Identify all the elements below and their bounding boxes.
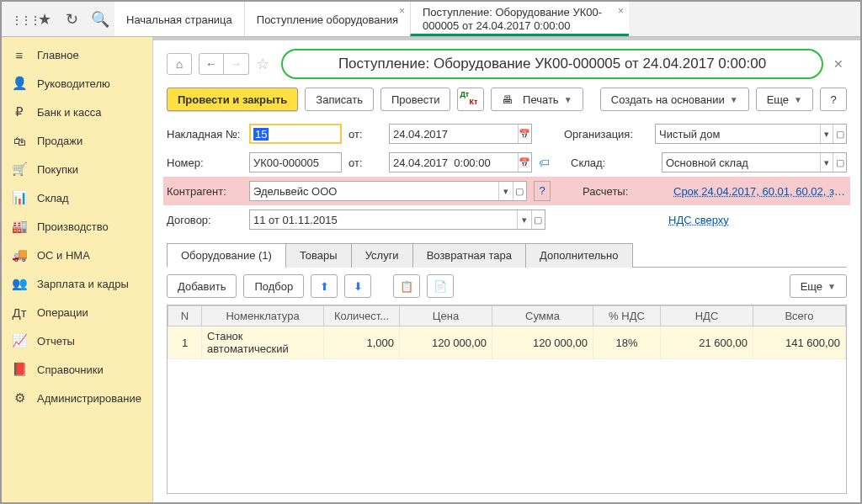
nakladnaya-label: Накладная №: bbox=[167, 128, 242, 141]
inner-tab-0[interactable]: Оборудование (1) bbox=[167, 243, 286, 268]
sidebar-item-2[interactable]: ₽Банк и касса bbox=[2, 98, 152, 126]
move-down-button[interactable]: ⬇ bbox=[344, 274, 371, 298]
open-icon[interactable]: ▢ bbox=[833, 153, 846, 172]
cell: 21 600,00 bbox=[661, 326, 753, 359]
print-button[interactable]: 🖶 Печать▼ bbox=[491, 88, 583, 111]
sidebar-item-7[interactable]: 🚚ОС и НМА bbox=[2, 241, 152, 269]
tab-1[interactable]: Поступление оборудования× bbox=[244, 2, 410, 36]
sidebar-label: Производство bbox=[37, 220, 109, 233]
sidebar-item-8[interactable]: 👥Зарплата и кадры bbox=[2, 269, 152, 298]
cell: 141 600,00 bbox=[753, 326, 846, 359]
write-button[interactable]: Записать bbox=[305, 88, 374, 111]
search-icon[interactable]: 🔍 bbox=[91, 12, 106, 27]
close-icon[interactable]: ✕ bbox=[830, 57, 847, 71]
add-button[interactable]: Добавить bbox=[167, 274, 237, 298]
open-icon[interactable]: ▢ bbox=[833, 125, 846, 143]
dogovor-select[interactable]: ▾▢ bbox=[249, 210, 545, 230]
sidebar-label: Справочники bbox=[37, 363, 104, 376]
sidebar-icon: 🛍 bbox=[12, 134, 27, 148]
tab-2[interactable]: Поступление: Оборудование УК00-000005 от… bbox=[410, 2, 629, 36]
move-up-button[interactable]: ⬆ bbox=[311, 274, 338, 298]
col-header[interactable]: Всего bbox=[753, 306, 846, 326]
number-input[interactable] bbox=[249, 152, 342, 172]
chevron-down-icon[interactable]: ▾ bbox=[517, 210, 530, 229]
more-button[interactable]: Еще▼ bbox=[756, 88, 813, 111]
col-header[interactable]: Количест... bbox=[324, 306, 400, 326]
inner-tab-2[interactable]: Услуги bbox=[351, 243, 413, 268]
raschet-link[interactable]: Срок 24.04.2017, 60.01, 60.02, зачет ... bbox=[673, 185, 847, 198]
attach-icon[interactable]: 🏷 bbox=[539, 157, 556, 169]
apps-icon[interactable] bbox=[10, 12, 25, 27]
open-icon[interactable]: ▢ bbox=[513, 182, 526, 200]
col-header[interactable]: % НДС bbox=[593, 306, 661, 326]
col-header[interactable]: N bbox=[168, 306, 202, 326]
sidebar-item-3[interactable]: 🛍Продажи bbox=[2, 126, 152, 155]
post-and-close-button[interactable]: Провести и закрыть bbox=[167, 88, 298, 111]
org-select[interactable]: ▾▢ bbox=[655, 124, 847, 144]
table-row[interactable]: 1Станок автоматический1,000120 000,00120… bbox=[168, 326, 846, 359]
history-icon[interactable]: ↻ bbox=[64, 12, 79, 27]
copy-button[interactable]: 📋 bbox=[393, 274, 420, 298]
sidebar-item-1[interactable]: 👤Руководителю bbox=[2, 69, 152, 98]
sidebar-item-4[interactable]: 🛒Покупки bbox=[2, 155, 152, 183]
post-button[interactable]: Провести bbox=[380, 88, 451, 111]
dtkt-button[interactable] bbox=[457, 88, 484, 111]
paste-icon: 📄 bbox=[434, 280, 447, 293]
sidebar-item-6[interactable]: 🏭Производство bbox=[2, 212, 152, 241]
calendar-icon-2[interactable]: 📅 bbox=[518, 153, 531, 172]
nakladnaya-date-input[interactable]: 📅 bbox=[389, 124, 532, 144]
open-icon[interactable]: ▢ bbox=[531, 210, 545, 229]
inner-tab-1[interactable]: Товары bbox=[285, 243, 352, 268]
sidebar-label: Банк и касса bbox=[37, 106, 102, 119]
tab-close-icon[interactable]: × bbox=[399, 5, 405, 17]
dogovor-label: Договор: bbox=[167, 214, 242, 226]
sidebar-item-10[interactable]: 📈Отчеты bbox=[2, 326, 152, 355]
help-button[interactable]: ? bbox=[820, 88, 847, 111]
printer-icon: 🖶 bbox=[502, 93, 513, 106]
inner-tab-4[interactable]: Дополнительно bbox=[525, 243, 633, 268]
star-icon[interactable]: ★ bbox=[37, 12, 52, 27]
nakladnaya-input[interactable]: 15 bbox=[249, 124, 342, 144]
sidebar-icon: 📊 bbox=[12, 190, 27, 205]
sidebar-label: Руководителю bbox=[37, 77, 110, 90]
tab-label: Начальная страница bbox=[126, 13, 232, 27]
forward-button[interactable]: → bbox=[224, 53, 249, 75]
number-date-input[interactable]: 📅 bbox=[389, 152, 532, 172]
tab-close-icon[interactable]: × bbox=[618, 5, 624, 17]
help-icon[interactable]: ? bbox=[534, 181, 551, 201]
favorite-icon[interactable]: ☆ bbox=[256, 55, 269, 73]
col-header[interactable]: Цена bbox=[400, 306, 492, 326]
arrow-up-icon: ⬆ bbox=[320, 280, 329, 293]
home-button[interactable]: ⌂ bbox=[167, 53, 192, 75]
nds-link[interactable]: НДС сверху bbox=[668, 214, 729, 226]
calendar-icon[interactable]: 📅 bbox=[518, 125, 531, 143]
sidebar-label: ОС и НМА bbox=[37, 249, 90, 262]
sidebar-item-11[interactable]: 📕Справочники bbox=[2, 355, 152, 384]
chevron-down-icon[interactable]: ▾ bbox=[498, 182, 512, 200]
title-row: ⌂ ← → ☆ Поступление: Оборудование УК00-0… bbox=[153, 40, 860, 84]
col-header[interactable]: НДС bbox=[661, 306, 753, 326]
tabs: Начальная страницаПоступление оборудован… bbox=[114, 2, 860, 36]
chevron-down-icon[interactable]: ▾ bbox=[820, 153, 833, 172]
sklad-select[interactable]: ▾▢ bbox=[662, 152, 847, 172]
sidebar-icon: ⚙ bbox=[12, 390, 27, 406]
kontragent-label: Контрагент: bbox=[167, 185, 242, 198]
back-button[interactable]: ← bbox=[199, 53, 224, 75]
chevron-down-icon[interactable]: ▾ bbox=[820, 125, 833, 143]
sidebar-icon: ₽ bbox=[12, 104, 27, 119]
paste-button[interactable]: 📄 bbox=[427, 274, 454, 298]
inner-tab-3[interactable]: Возвратная тара bbox=[412, 243, 526, 268]
sidebar-label: Продажи bbox=[37, 135, 82, 147]
col-header[interactable]: Сумма bbox=[492, 306, 593, 326]
pick-button[interactable]: Подбор bbox=[243, 274, 304, 298]
sidebar-item-9[interactable]: ДтОперации bbox=[2, 298, 152, 326]
kontragent-select[interactable]: ▾▢ bbox=[249, 181, 527, 201]
create-based-button[interactable]: Создать на основании▼ bbox=[600, 88, 749, 111]
sidebar-item-0[interactable]: ≡Главное bbox=[2, 40, 152, 69]
sidebar-label: Главное bbox=[37, 49, 79, 61]
grid-more-button[interactable]: Еще▼ bbox=[790, 274, 847, 298]
tab-0[interactable]: Начальная страница bbox=[114, 2, 244, 36]
sidebar-item-5[interactable]: 📊Склад bbox=[2, 183, 152, 212]
sidebar-item-12[interactable]: ⚙Администрирование bbox=[2, 384, 152, 412]
col-header[interactable]: Номенклатура bbox=[202, 306, 324, 326]
